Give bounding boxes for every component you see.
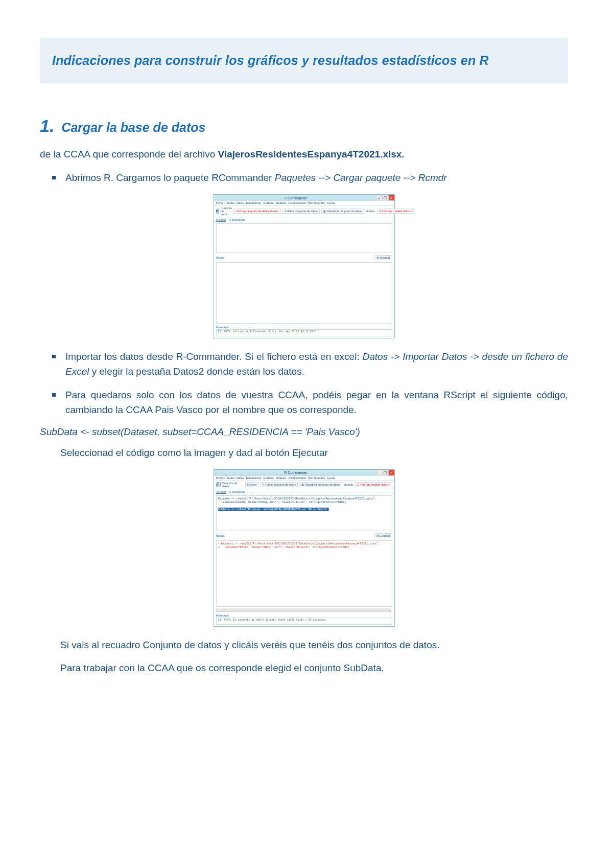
minimize-button[interactable]: – [376,470,382,475]
toolbar: R Conjunto de datos: <No hay conjunto de… [214,205,394,217]
section-1-heading: 1. Cargar la base de datos [40,116,568,136]
close-button[interactable]: × [388,470,394,475]
script-tabs: R Script R Markdown [214,489,394,494]
table-icon: ▦ [323,210,326,213]
mensajes-text: [1] NOTA: Versión de R Commander 2.2-1: … [218,330,390,333]
menu-datos[interactable]: Datos [237,476,244,479]
menu-herramientas[interactable]: Herramientas [308,476,325,479]
section-1-number: 1. [40,116,54,136]
toolbar: R Conjunto de datos: Dataset ✎Editar con… [214,481,394,489]
output-pane[interactable]: > Dataset <- readXL("F:/Anna Work/UOC/UO… [216,540,392,607]
gear-icon: ⚙ [376,534,379,537]
modelo-dropdown[interactable]: Σ <No hay modelo activo> [377,209,414,214]
conjunto-label: Conjunto de datos: [222,482,244,488]
bullet-item-2: Importar los datos desde R-Commander. Si… [65,350,568,379]
menubar: Fichero Editar Datos Estadísticos Gráfic… [214,201,394,205]
bullet1-em: Paquetes --> Cargar paquete --> Rcmdr [275,172,447,183]
pencil-icon: ✎ [263,483,265,486]
rcommander-screenshot-1: R Commander – ▢ × Fichero Editar Datos E… [40,194,568,338]
menu-distribuciones[interactable]: Distribuciones [289,476,306,479]
minimize-button[interactable]: – [376,195,382,200]
menu-ayuda[interactable]: Ayuda [327,476,335,479]
outro-line-2: Para trabajar con la CCAA que os corresp… [60,661,568,675]
mensajes-label: Mensajes [214,613,394,617]
ejecutar-button[interactable]: ⚙Ejecutar [374,255,392,260]
window-title: R Commander [216,196,376,200]
r-logo-icon: R [216,482,221,487]
visualizar-conjunto-button[interactable]: ▦Visualizar conjunto de datos [321,209,364,214]
page-title: Indicaciones para construir los gráficos… [52,53,556,68]
menu-estadisticos[interactable]: Estadísticos [246,476,262,479]
page-title-banner: Indicaciones para construir los gráficos… [40,38,568,83]
ejecutar-button[interactable]: ⚙Ejecutar [374,533,392,538]
tab-rscript[interactable]: R Script [216,490,226,494]
close-button[interactable]: × [388,195,394,200]
maximize-button[interactable]: ▢ [382,195,388,200]
script-tabs: R Script R Markdown [214,217,394,222]
intro-pre: de la CCAA que corresponde del archivo [40,149,218,159]
menu-modelos[interactable]: Modelos [276,201,287,204]
rcommander-window: R Commander – ▢ × Fichero Editar Datos E… [214,469,395,627]
salida-label: Salida [216,256,225,259]
rcommander-window: R Commander – ▢ × Fichero Editar Datos E… [214,194,395,338]
tab-rmarkdown[interactable]: R Markdown [229,490,245,494]
modelo-dropdown[interactable]: Σ <No hay modelo activo> [355,482,392,487]
editar-conjunto-button[interactable]: ✎Editar conjunto de datos [282,209,320,214]
modelo-label: Modelo: [344,483,354,486]
bullet-item-3: Para quedaros solo con los datos de vues… [65,388,568,417]
visualizar-conjunto-button[interactable]: ▦Visualizar conjunto de datos [299,482,342,487]
output-pane[interactable] [216,262,392,324]
script-line-highlighted: SubData <- subset(Dataset, subset=CCAA_R… [218,508,329,511]
output-line-1: > Dataset <- readXL("F:/Anna Work/UOC/UO… [218,542,380,545]
script-line-2: rownames=FALSE, header=TRUE, na="", shee… [218,500,346,504]
window-title: R Commander [216,471,376,474]
scroll-right-icon[interactable]: › [388,608,392,611]
menu-fichero[interactable]: Fichero [216,476,225,479]
table-icon: ▦ [301,483,304,486]
menu-graficas[interactable]: Gráficas [263,201,273,204]
menu-herramientas[interactable]: Herramientas [308,201,325,204]
r-logo-icon: R [216,209,219,214]
gear-icon: ⚙ [376,256,379,259]
rcommander-screenshot-2: R Commander – ▢ × Fichero Editar Datos E… [40,469,568,627]
outro-line-1: Si vais al recuadro Conjunto de datos y … [60,638,568,652]
menu-editar[interactable]: Editar [227,201,234,204]
bullet1-pre: Abrimos R. Cargamos lo paquete RCommande… [65,172,275,183]
bullet2-post: y elegir la pestaña Datos2 donde están l… [89,366,304,377]
output-header-row: Salida ⚙Ejecutar [214,254,394,261]
menu-distribuciones[interactable]: Distribuciones [289,201,306,204]
window-titlebar: R Commander – ▢ × [214,195,394,201]
scroll-left-icon[interactable]: ‹ [217,608,221,611]
conjunto-label: Conjunto de datos: [221,207,232,216]
output-line-2: + rownames=FALSE, header=TRUE, na="", sh… [218,545,349,549]
conjunto-dropdown[interactable]: Dataset [245,482,259,487]
section-1-title: Cargar la base de datos [61,120,205,135]
mensajes-pane: [1] NOTA: Versión de R Commander 2.2-1: … [216,329,392,336]
mensajes-label: Mensajes [214,325,394,329]
conjunto-dropdown[interactable]: <No hay conjunto de datos activo> [233,209,281,214]
select-instruction: Seleccionad el código como la imagen y d… [60,446,568,460]
menu-modelos[interactable]: Modelos [276,476,287,479]
bullet2-pre: Importar los datos desde R-Commander. Si… [65,351,363,362]
intro-line: de la CCAA que corresponde del archivo V… [40,147,568,162]
salida-label: Salida [216,534,225,537]
menu-editar[interactable]: Editar [227,476,234,479]
menu-estadisticos[interactable]: Estadísticos [246,201,262,204]
menu-datos[interactable]: Datos [237,201,244,204]
modelo-label: Modelo: [366,210,376,213]
menu-graficas[interactable]: Gráficas [263,476,273,479]
menu-ayuda[interactable]: Ayuda [327,201,335,204]
output-scrollbar[interactable]: ‹ › [216,608,392,612]
output-header-row: Salida ⚙Ejecutar [214,532,394,539]
bullet-item-1: Abrimos R. Cargamos lo paquete RCommande… [65,171,568,186]
menu-fichero[interactable]: Fichero [216,201,225,204]
mensajes-text: [1] NOTA: El conjunto de datos Dataset t… [218,619,390,622]
script-pane[interactable]: Dataset <- readXL("F:/Anna Work/UOC/UOC2… [216,495,392,531]
intro-filename: ViajerosResidentesEspanya4T2021.xlsx. [218,149,405,159]
maximize-button[interactable]: ▢ [382,470,388,475]
tab-rscript[interactable]: R Script [216,218,226,222]
editar-conjunto-button[interactable]: ✎Editar conjunto de datos [261,482,298,487]
mensajes-pane: [1] NOTA: El conjunto de datos Dataset t… [216,618,392,625]
script-pane[interactable] [216,223,392,253]
tab-rmarkdown[interactable]: R Markdown [229,218,245,222]
